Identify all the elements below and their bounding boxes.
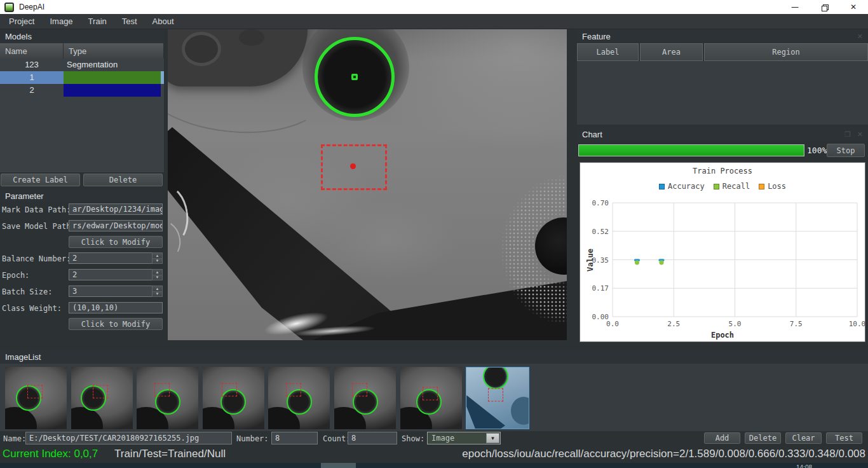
metrics-status: epoch/loss/iou/auc/recall/accuracy/preci… [462, 448, 865, 460]
image-thumbnail-selected[interactable] [466, 367, 529, 429]
show-dropdown[interactable]: Image ▼ [427, 432, 501, 444]
menu-train[interactable]: Train [82, 14, 113, 29]
svg-text:0.70: 0.70 [592, 199, 609, 207]
table-row[interactable]: 2 [0, 84, 164, 97]
feature-column-label[interactable]: Label [577, 43, 639, 61]
menu-project[interactable]: Project [3, 14, 41, 29]
delete-model-button[interactable]: Delete [83, 174, 163, 186]
models-table-header: Name Type [0, 43, 164, 59]
spin-up-icon[interactable]: ▲ [153, 270, 162, 275]
model-type-cell: Segmentation [64, 59, 164, 71]
column-header-name[interactable]: Name [0, 43, 64, 59]
add-button[interactable]: Add [704, 432, 740, 444]
balance-number-stepper[interactable]: 2 ▲▼ [69, 252, 163, 264]
restore-button[interactable] [810, 0, 839, 14]
imagelist-panel-header: ImageList [0, 350, 868, 364]
delete-image-button[interactable]: Delete [745, 432, 781, 444]
feature-table-header: Label Area Region [577, 43, 868, 61]
models-panel-header: Models [0, 29, 164, 43]
class-weight-field[interactable]: (10,10,10) [69, 302, 163, 313]
minimize-button[interactable]: — [780, 0, 810, 14]
epoch-stepper[interactable]: 2 ▲▼ [69, 269, 163, 280]
clear-button[interactable]: Clear [785, 432, 822, 444]
image-thumbnail[interactable] [400, 367, 462, 429]
model-name-cell: 123 [0, 59, 64, 71]
create-label-button[interactable]: Create Label [1, 174, 80, 186]
chart-float-icon[interactable]: ❐ [844, 130, 851, 139]
spinner-buttons[interactable]: ▲▼ [152, 286, 163, 297]
menu-image[interactable]: Image [43, 14, 79, 29]
table-row-selected[interactable]: 1 [0, 71, 164, 84]
spin-down-icon[interactable]: ▼ [153, 275, 162, 280]
balance-number-value[interactable]: 2 [69, 252, 152, 264]
svg-text:5.0: 5.0 [729, 320, 742, 328]
name-label: Name: [3, 434, 26, 444]
modify-path-button[interactable]: Click to Modify [69, 236, 163, 248]
close-button[interactable]: ✕ [839, 0, 868, 14]
stop-button[interactable]: Stop [827, 144, 865, 157]
test-button[interactable]: Test [826, 432, 862, 444]
train-progress-bar [578, 144, 804, 156]
model-name-cell: 2 [0, 84, 64, 97]
chart-panel-title: Chart [582, 130, 602, 139]
epoch-value[interactable]: 2 [69, 269, 152, 280]
train-test-status: Train/Test=Trained/Null [114, 448, 226, 460]
image-thumbnail[interactable] [71, 367, 133, 429]
taskbar-clock: 14:08 [796, 464, 812, 468]
image-thumbnail[interactable] [268, 367, 330, 429]
image-thumbnail[interactable] [137, 367, 198, 429]
spin-down-icon[interactable]: ▼ [153, 292, 162, 297]
feature-panel-title: Feature [582, 32, 611, 41]
thumb-green-circle [483, 367, 508, 389]
image-name-field[interactable]: E:/Desktop/TEST/CAR20180927165255.jpg [25, 432, 232, 444]
modify-weight-button[interactable]: Click to Modify [69, 318, 163, 330]
red-center-marker [350, 163, 356, 169]
spin-up-icon[interactable]: ▲ [153, 253, 162, 259]
spin-down-icon[interactable]: ▼ [153, 259, 162, 264]
thumb-red-square [93, 385, 108, 399]
image-thumbnail[interactable] [334, 367, 396, 429]
parameter-panel-title: Parameter [5, 191, 44, 201]
svg-text:7.5: 7.5 [790, 320, 803, 328]
feature-column-area[interactable]: Area [640, 43, 703, 61]
thumb-red-square [488, 389, 503, 402]
spinner-buttons[interactable]: ▲▼ [152, 269, 163, 280]
y-axis-label: Value [586, 209, 595, 311]
thumb-red-square [222, 383, 237, 397]
thumbnail-strip [0, 364, 868, 431]
mark-data-path-field[interactable]: ar/Desktop/1234/images/ [69, 203, 163, 215]
feature-close-icon[interactable]: ✕ [857, 32, 863, 41]
batch-size-label: Batch Size: [2, 287, 52, 298]
progress-fill [579, 145, 804, 156]
thumb-blob [71, 407, 103, 429]
number-field[interactable]: 8 [271, 432, 318, 444]
spin-up-icon[interactable]: ▲ [153, 286, 162, 292]
spinner-buttons[interactable]: ▲▼ [152, 252, 163, 264]
save-model-path-field[interactable]: rs/edwar/Desktop/model/ [69, 220, 163, 231]
taskbar-sliver: 14:08 [0, 463, 868, 468]
count-field[interactable]: 8 [348, 432, 397, 444]
main-image-viewer[interactable] [168, 29, 567, 340]
model-type-cell [64, 71, 164, 84]
app-logo-icon [4, 3, 14, 12]
progress-percent-label: 100% [807, 146, 827, 155]
chart-close-icon[interactable]: ✕ [857, 130, 863, 139]
models-table: Name Type 123 Segmentation 1 2 [0, 43, 164, 172]
batch-size-value[interactable]: 3 [69, 286, 152, 297]
menu-about[interactable]: About [146, 14, 180, 29]
feature-column-region[interactable]: Region [704, 43, 868, 61]
column-header-type[interactable]: Type [64, 43, 164, 59]
feature-panel-header: Feature ✕ [577, 29, 868, 43]
model-name-cell: 1 [0, 71, 64, 84]
thumb-speckle [511, 397, 529, 425]
thumb-red-square [27, 385, 43, 399]
menu-test[interactable]: Test [116, 14, 144, 29]
chevron-down-icon[interactable]: ▼ [486, 433, 499, 443]
imagelist-panel-title: ImageList [5, 352, 41, 362]
table-row[interactable]: 123 Segmentation [0, 59, 164, 71]
image-thumbnail[interactable] [203, 367, 264, 429]
batch-size-stepper[interactable]: 3 ▲▼ [69, 286, 163, 297]
image-thumbnail[interactable] [5, 367, 67, 429]
epoch-label: Epoch: [2, 270, 29, 281]
green-center-marker [351, 74, 358, 80]
